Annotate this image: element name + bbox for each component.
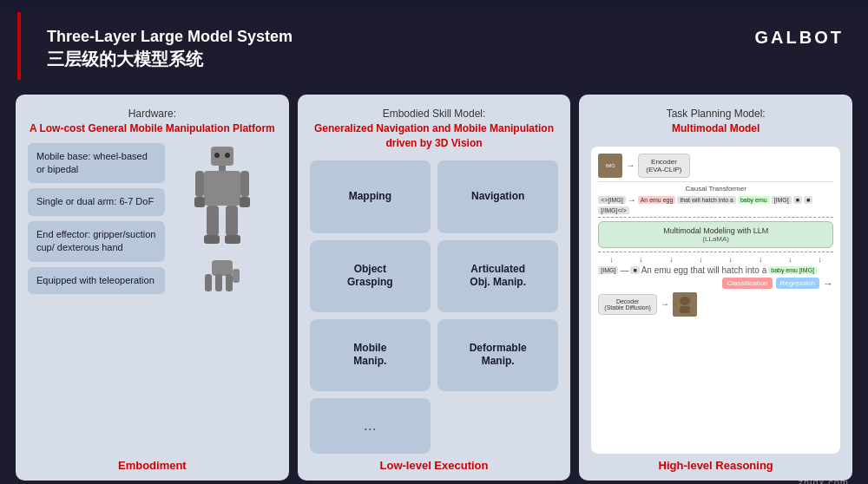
token-baby-emu: baby emu bbox=[738, 196, 770, 204]
skill-dots: ... bbox=[310, 398, 431, 454]
svg-rect-14 bbox=[205, 274, 212, 291]
hardware-title: Hardware: A Low-cost General Mobile Mani… bbox=[28, 107, 277, 136]
llm-sub: (LLaMA) bbox=[603, 235, 828, 243]
svg-rect-13 bbox=[212, 260, 233, 276]
skill-articulated: ArticulatedObj. Manip. bbox=[437, 240, 558, 312]
arrow-d1: ↓ bbox=[609, 255, 614, 264]
svg-rect-1 bbox=[219, 166, 226, 171]
arrow-d2: ↓ bbox=[640, 255, 644, 264]
arrow-1: → bbox=[626, 160, 635, 170]
svg-rect-9 bbox=[204, 235, 220, 244]
hw-item-1: Mobile base: wheel-based or bipedal bbox=[28, 143, 165, 184]
token-row-2: [IMG] — ■ An emu egg that will hatch int… bbox=[598, 265, 833, 275]
header: Three-Layer Large Model System 三层级的大模型系统 bbox=[17, 12, 868, 80]
task-panel: Task Planning Model: Multimodal Model IM… bbox=[579, 95, 852, 481]
output-arrow: → bbox=[823, 278, 833, 290]
svg-rect-7 bbox=[207, 206, 219, 236]
svg-rect-6 bbox=[240, 197, 250, 207]
hw-item-2: Single or dual arm: 6-7 DoF bbox=[28, 188, 165, 215]
output-row: Classification Regression → bbox=[598, 278, 833, 290]
skill-mapping: Mapping bbox=[310, 160, 431, 232]
dashes-1 bbox=[598, 217, 833, 218]
input-image: IMG bbox=[598, 154, 622, 178]
svg-rect-0 bbox=[211, 147, 233, 166]
logo: GALBOT bbox=[755, 28, 844, 48]
svg-rect-20 bbox=[680, 306, 690, 313]
skill-panel: Embodied Skill Model: Generalized Naviga… bbox=[298, 95, 571, 481]
encoder-label: Encoder (EVA-CLIP) bbox=[646, 158, 681, 173]
gripper-svg bbox=[196, 253, 248, 297]
svg-point-12 bbox=[225, 153, 230, 158]
svg-point-11 bbox=[214, 153, 220, 158]
content-area: Hardware: A Low-cost General Mobile Mani… bbox=[16, 95, 852, 481]
arrow-d4: ↓ bbox=[699, 255, 703, 264]
skill-navigation: Navigation bbox=[437, 160, 558, 232]
token-img-tag: <>[IMG] bbox=[598, 196, 625, 204]
classification-box: Classification bbox=[722, 278, 772, 289]
encoder-row: IMG → Encoder (EVA-CLIP) bbox=[598, 154, 833, 178]
svg-rect-8 bbox=[226, 206, 238, 236]
robot-svg bbox=[192, 145, 253, 249]
decoder-arrow: → bbox=[661, 299, 669, 309]
decoder-box: Decoder (Stable Diffusion) bbox=[598, 294, 657, 315]
svg-rect-16 bbox=[226, 274, 233, 291]
title-chinese: 三层级的大模型系统 bbox=[47, 48, 842, 71]
hw-item-4: Equipped with teleoperation bbox=[28, 267, 165, 294]
arrow-d8: ↓ bbox=[819, 255, 823, 264]
svg-rect-15 bbox=[215, 274, 222, 291]
hardware-items: Mobile base: wheel-based or bipedal Sing… bbox=[28, 143, 165, 299]
svg-rect-2 bbox=[204, 171, 240, 206]
task-title-normal: Task Planning Model: bbox=[667, 108, 766, 120]
arrow-d6: ↓ bbox=[759, 255, 763, 264]
arrows-down-row: ↓ ↓ ↓ ↓ ↓ ↓ ↓ ↓ bbox=[598, 255, 833, 264]
task-footer: High-level Reasoning bbox=[591, 454, 840, 472]
hardware-title-highlight: A Low-cost General Mobile Manipulation P… bbox=[30, 122, 275, 134]
arrow-d7: ↓ bbox=[788, 255, 792, 264]
hardware-panel: Hardware: A Low-cost General Mobile Mani… bbox=[16, 95, 289, 481]
llm-label: Multimodal Modeling with LLM bbox=[603, 226, 828, 235]
hw-item-3: End effector: gripper/suction cup/ dexte… bbox=[28, 221, 165, 262]
token-an-emu: An emu egg bbox=[638, 196, 676, 204]
dashes-2 bbox=[598, 252, 833, 252]
causal-transformer: Causal Transformer bbox=[598, 181, 833, 193]
task-title-highlight: Multimodal Model bbox=[672, 122, 760, 134]
decoder-row: Decoder (Stable Diffusion) → bbox=[598, 292, 833, 317]
slide: Three-Layer Large Model System 三层级的大模型系统… bbox=[0, 12, 868, 484]
svg-rect-4 bbox=[240, 171, 249, 197]
encoder-box: Encoder (EVA-CLIP) bbox=[638, 154, 689, 178]
skill-object-grasping: ObjectGrasping bbox=[310, 240, 431, 312]
svg-rect-10 bbox=[225, 235, 240, 244]
skill-mobile-manip: MobileManip. bbox=[310, 319, 431, 391]
hardware-footer: Embodiment bbox=[28, 454, 277, 472]
token-row-1: <>[IMG] → An emu egg that will hatch int… bbox=[598, 195, 833, 214]
title-english: Three-Layer Large Model System bbox=[47, 28, 842, 46]
task-title: Task Planning Model: Multimodal Model bbox=[591, 107, 840, 136]
regression-box: Regression bbox=[776, 278, 819, 289]
hardware-title-normal: Hardware: bbox=[128, 108, 176, 120]
watermark: zhidx.com bbox=[798, 477, 849, 484]
svg-rect-17 bbox=[233, 269, 240, 283]
output-image bbox=[673, 292, 697, 317]
skill-title-normal: Embodied Skill Model: bbox=[383, 108, 486, 120]
skill-footer: Low-level Execution bbox=[310, 454, 559, 472]
skill-title-highlight: Generalized Navigation and Mobile Manipu… bbox=[314, 122, 554, 149]
skill-title: Embodied Skill Model: Generalized Naviga… bbox=[310, 107, 559, 150]
arrow-d3: ↓ bbox=[669, 255, 674, 264]
skill-grid: Mapping Navigation ObjectGrasping Articu… bbox=[310, 160, 559, 454]
svg-rect-5 bbox=[194, 197, 205, 207]
svg-point-19 bbox=[680, 297, 690, 305]
skill-deformable: DeformableManip. bbox=[437, 319, 558, 391]
arrow-d5: ↓ bbox=[729, 255, 733, 264]
llm-box: Multimodal Modeling with LLM (LLaMA) bbox=[598, 221, 833, 248]
decoder-label: Decoder (Stable Diffusion) bbox=[604, 298, 651, 311]
robot-illustration bbox=[168, 143, 277, 299]
task-inner-diagram: IMG → Encoder (EVA-CLIP) Causal Transfor… bbox=[591, 147, 840, 454]
svg-rect-3 bbox=[195, 171, 204, 197]
